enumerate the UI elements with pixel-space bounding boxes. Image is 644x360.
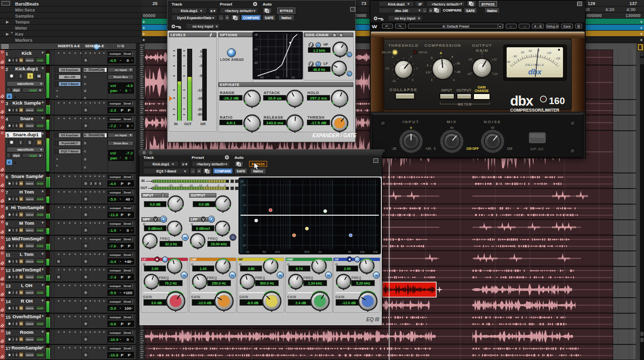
svg-text:50: 50 [450, 126, 454, 129]
svg-text:-12: -12 [242, 234, 246, 237]
svg-text:20: 20 [246, 250, 250, 253]
svg-text:INPUT: INPUT [441, 88, 452, 92]
svg-text:+6: +6 [243, 204, 246, 207]
svg-text:-20: -20 [467, 72, 471, 75]
svg-text:BELOW: BELOW [382, 51, 391, 54]
svg-text:~20: ~20 [455, 70, 461, 73]
svg-text:100: 100 [507, 147, 513, 150]
svg-text:-20: -20 [520, 51, 524, 54]
svg-text:GAIN: GAIN [477, 85, 486, 89]
svg-text:.01: .01 [392, 79, 396, 82]
svg-text:5k: 5k [348, 250, 352, 253]
svg-text:MIX: MIX [447, 120, 457, 124]
svg-text:THRESHOLD: THRESHOLD [388, 43, 419, 48]
svg-text:COMPRESSOR/LIMITER: COMPRESSOR/LIMITER [510, 108, 559, 113]
svg-text:∞: ∞ [453, 78, 455, 81]
svg-text:dbx: dbx [510, 94, 533, 109]
svg-text:-20: -20 [291, 76, 295, 79]
svg-text:OUTPUT: OUTPUT [456, 88, 471, 92]
svg-text:dbx: dbx [528, 67, 542, 76]
svg-text:~10: ~10 [455, 62, 460, 65]
svg-text:-30: -30 [513, 55, 517, 58]
svg-text:HP-SC: HP-SC [531, 147, 544, 151]
svg-text:OUTPUT: OUTPUT [472, 43, 492, 48]
svg-text:ABOVE: ABOVE [419, 51, 428, 54]
svg-text:1.5: 1.5 [426, 71, 430, 74]
svg-text:-40: -40 [254, 61, 258, 64]
svg-text:160: 160 [549, 96, 565, 106]
svg-text:.3: .3 [409, 55, 412, 58]
svg-text:-10: -10 [528, 49, 532, 52]
svg-text:-40: -40 [275, 76, 279, 79]
svg-text:METER: METER [458, 103, 472, 106]
svg-text:50: 50 [491, 126, 495, 129]
svg-text:.03: .03 [385, 67, 389, 70]
svg-text:COLLAPSE: COLLAPSE [389, 87, 418, 92]
svg-text:50: 50 [263, 250, 266, 253]
svg-text:+18: +18 [242, 184, 246, 187]
svg-text:DECIBELS: DECIBELS [525, 63, 544, 66]
svg-text:COMPRESSION: COMPRESSION [424, 43, 461, 48]
svg-text:CHANGE: CHANGE [474, 89, 489, 93]
svg-text:20k: 20k [373, 250, 378, 253]
svg-text:10k: 10k [360, 250, 365, 253]
svg-text:500: 500 [304, 250, 310, 253]
svg-text:+20: +20 [555, 57, 560, 60]
svg-text:OFF: OFF [472, 147, 479, 150]
svg-text:+10: +10 [546, 51, 551, 54]
svg-text:-20: -20 [254, 48, 258, 51]
svg-text:-6: -6 [244, 224, 246, 227]
svg-text:+10: +10 [492, 58, 497, 61]
svg-text:+20: +20 [425, 147, 431, 150]
svg-text:100: 100 [466, 147, 472, 150]
svg-text:4: 4 [440, 51, 442, 55]
svg-text:-10: -10 [468, 58, 472, 61]
svg-text:+20: +20 [493, 72, 498, 75]
svg-text:.1: .1 [391, 55, 394, 58]
svg-text:INPUT: INPUT [403, 120, 420, 124]
svg-text:dB: dB [240, 180, 244, 183]
svg-text:+12: +12 [242, 194, 246, 197]
svg-text:1k: 1k [318, 250, 322, 253]
svg-text:0: 0 [434, 147, 436, 150]
svg-text:-60: -60 [260, 76, 264, 79]
svg-text:-20: -20 [391, 147, 396, 150]
svg-text:100: 100 [275, 250, 280, 253]
svg-text:dB: dB [255, 33, 258, 36]
svg-text:NOISE: NOISE [484, 120, 502, 124]
svg-text:-18: -18 [242, 244, 246, 247]
svg-text:-40: -40 [506, 60, 510, 63]
